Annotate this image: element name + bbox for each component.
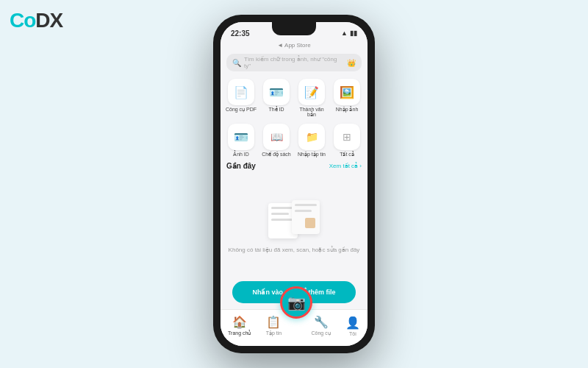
codx-logo: CoDX xyxy=(10,9,62,32)
id-icon: 🪪 xyxy=(269,85,284,99)
tool-text-icon-box: 📝 xyxy=(298,79,325,105)
nav-home[interactable]: 🏠 Trang chủ xyxy=(228,315,251,336)
status-time: 22:35 xyxy=(231,29,250,38)
tool-pdf-icon-box: 📄 xyxy=(228,79,254,105)
tool-import-img[interactable]: 🖼️ Nhập ảnh xyxy=(331,79,363,118)
tools-grid-row2: 🪪 Ảnh ID 📖 Chế độ sách 📁 Nhập tập tin ⊞ xyxy=(220,119,368,159)
tool-all[interactable]: ⊞ Tất cả xyxy=(331,124,363,158)
camera-fab[interactable]: 📷 xyxy=(280,286,312,319)
tool-text[interactable]: 📝 Thành văn bản xyxy=(295,79,328,118)
logo-dx: DX xyxy=(35,9,62,32)
tool-import-file-icon-box: 📁 xyxy=(298,124,325,150)
tool-book-label: Chế độ sách xyxy=(262,152,291,158)
wifi-icon: ▲ xyxy=(341,29,348,37)
logo-co: Co xyxy=(10,9,35,32)
nav-profile-label: Tôi xyxy=(349,331,356,336)
tool-photo-id-icon-box: 🪪 xyxy=(228,124,254,150)
doc-line-4 xyxy=(295,204,317,206)
tool-id[interactable]: 🪪 Thẻ ID xyxy=(260,79,293,118)
doc-line-2 xyxy=(271,213,289,215)
nav-profile[interactable]: 👤 Tôi xyxy=(345,316,360,336)
tool-id-label: Thẻ ID xyxy=(268,107,284,113)
doc-illustration xyxy=(268,200,320,241)
nav-tools[interactable]: 🔧 Công cụ xyxy=(311,315,330,336)
tool-import-file-label: Nhập tập tin xyxy=(298,152,326,158)
empty-state: Không có tài liệu đã xem, scan, hoặc sửa… xyxy=(220,171,368,281)
nav-home-label: Trang chủ xyxy=(228,330,251,336)
book-icon: 📖 xyxy=(270,131,283,143)
tool-all-icon-box: ⊞ xyxy=(334,124,360,150)
text-icon: 📝 xyxy=(304,85,319,99)
app-store-label: ◄ App Store xyxy=(277,42,310,49)
tools-icon: 🔧 xyxy=(314,315,329,329)
phone-frame: 22:35 ▲ ▮▮ ◄ App Store 🔍 Tìm kiếm chữ tr… xyxy=(213,15,375,353)
search-bar[interactable]: 🔍 Tìm kiếm chữ trong ảnh, như "công ty" … xyxy=(226,54,362,71)
tool-import-img-label: Nhập ảnh xyxy=(336,107,359,113)
tool-text-label: Thành văn bản xyxy=(295,107,328,118)
doc-line-5 xyxy=(295,210,312,212)
tool-pdf[interactable]: 📄 Công cụ PDF xyxy=(225,79,257,118)
tool-book[interactable]: 📖 Chế độ sách xyxy=(260,124,293,158)
search-placeholder: Tìm kiếm chữ trong ảnh, như "công ty" xyxy=(244,56,344,69)
profile-icon: 👤 xyxy=(345,316,360,330)
tool-book-icon-box: 📖 xyxy=(263,124,290,150)
search-icon: 🔍 xyxy=(232,59,241,67)
bottom-nav: 🏠 Trang chủ 📋 Tập tin 📷 🔧 Công cụ 👤 Tôi xyxy=(220,309,368,346)
tool-pdf-label: Công cụ PDF xyxy=(226,107,257,113)
battery-icon: ▮▮ xyxy=(350,29,357,37)
tool-photo-id[interactable]: 🪪 Ảnh ID xyxy=(225,124,257,158)
phone-screen: 22:35 ▲ ▮▮ ◄ App Store 🔍 Tìm kiếm chữ tr… xyxy=(220,22,368,346)
camera-icon: 📷 xyxy=(287,294,306,311)
app-store-bar: ◄ App Store xyxy=(220,41,368,51)
view-all-button[interactable]: Xem tất cả › xyxy=(329,163,362,169)
tool-all-label: Tất cả xyxy=(340,152,354,158)
tool-id-icon-box: 🪪 xyxy=(263,79,290,105)
status-bar: 22:35 ▲ ▮▮ xyxy=(220,22,368,41)
nav-tools-label: Công cụ xyxy=(311,330,330,336)
recent-title: Gần đây xyxy=(226,162,256,170)
empty-text: Không có tài liệu đã xem, scan, hoặc sửa… xyxy=(229,247,360,253)
doc-page-front xyxy=(292,200,320,234)
photo-id-icon: 🪪 xyxy=(234,130,248,144)
recent-header: Gần đây Xem tất cả › xyxy=(220,159,368,171)
doc-img-thumb xyxy=(305,218,315,228)
nav-files[interactable]: 📋 Tập tin xyxy=(266,315,282,336)
all-icon: ⊞ xyxy=(343,131,351,143)
home-icon: 🏠 xyxy=(232,315,247,329)
crown-icon: 👑 xyxy=(347,59,356,67)
tool-photo-id-label: Ảnh ID xyxy=(233,152,249,158)
status-icons: ▲ ▮▮ xyxy=(341,29,357,37)
import-file-icon: 📁 xyxy=(306,131,318,143)
import-img-icon: 🖼️ xyxy=(340,85,354,99)
tools-grid-row1: 📄 Công cụ PDF 🪪 Thẻ ID 📝 Thành văn bản 🖼… xyxy=(220,74,368,119)
tool-import-file[interactable]: 📁 Nhập tập tin xyxy=(295,124,328,158)
tool-import-img-icon-box: 🖼️ xyxy=(334,79,360,105)
files-icon: 📋 xyxy=(266,315,281,329)
pdf-icon: 📄 xyxy=(234,85,248,99)
nav-files-label: Tập tin xyxy=(266,330,282,336)
